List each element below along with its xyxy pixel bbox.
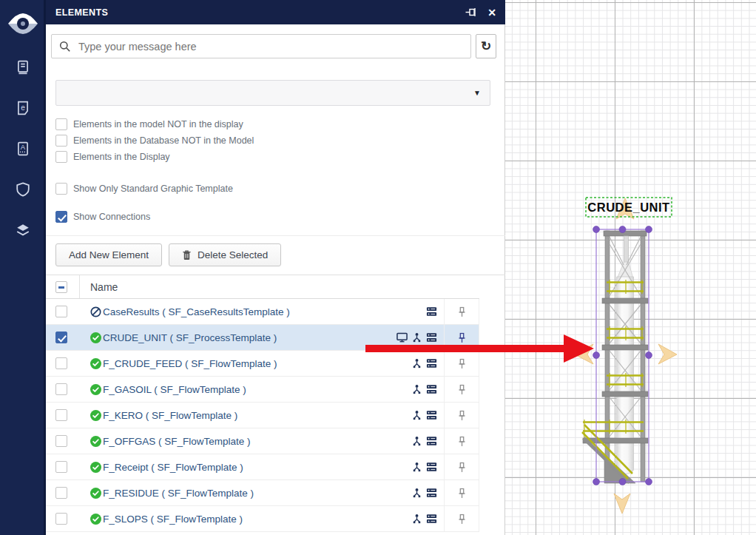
select-all-checkbox[interactable] <box>55 281 67 293</box>
app-sidebar: e A <box>0 0 46 535</box>
status-blocked-icon <box>90 306 101 317</box>
row-checkbox[interactable] <box>55 487 67 499</box>
red-annotation-arrow <box>365 334 595 363</box>
pin-icon[interactable] <box>458 488 466 499</box>
row-pin-cell[interactable] <box>444 506 479 531</box>
pin-icon[interactable] <box>458 514 466 525</box>
refresh-button[interactable]: ↻ <box>476 34 496 58</box>
checkbox-row[interactable]: Show Only Standard Graphic Template <box>55 181 233 197</box>
shield-icon[interactable] <box>15 181 31 198</box>
table-row[interactable]: CaseResults ( SF_CaseResultsTemplate ) <box>46 299 479 325</box>
layers-icon[interactable] <box>15 222 31 238</box>
app-window: e A <box>0 0 756 535</box>
row-name-cell[interactable]: CRUDE_UNIT ( SF_ProcessTemplate ) <box>80 332 376 343</box>
row-name-cell[interactable]: F_RESIDUE ( SF_FlowTemplate ) <box>80 488 376 499</box>
table-row[interactable]: F_GASOIL ( SF_FlowTemplate ) <box>46 377 479 403</box>
pin-icon[interactable] <box>458 384 466 395</box>
book-icon[interactable] <box>15 59 31 75</box>
row-name-cell[interactable]: F_Receipt ( SF_FlowTemplate ) <box>80 462 376 473</box>
servers-icon <box>426 488 437 498</box>
row-pin-cell[interactable] <box>444 377 479 402</box>
row-label: F_Receipt ( SF_FlowTemplate ) <box>103 462 243 473</box>
row-checkbox-cell[interactable] <box>46 428 80 454</box>
search-box[interactable] <box>51 34 471 58</box>
flow-arrow-right <box>658 344 677 364</box>
row-checkbox[interactable] <box>55 435 67 447</box>
row-pin-cell[interactable] <box>444 403 479 428</box>
row-checkbox-cell[interactable] <box>46 403 80 428</box>
checkbox-label: Elements in the Database NOT in the Mode… <box>73 135 254 146</box>
sidebar-nav: e A <box>0 59 46 238</box>
pin-icon[interactable] <box>458 436 466 447</box>
row-pin-cell[interactable] <box>444 428 479 454</box>
table-row[interactable]: F_OFFGAS ( SF_FlowTemplate ) <box>46 428 479 454</box>
row-label: F_SLOPS ( SF_FlowTemplate ) <box>103 514 243 525</box>
connections-icon <box>412 514 422 524</box>
row-checkbox[interactable] <box>55 383 67 395</box>
row-checkbox-cell[interactable] <box>46 325 80 350</box>
table-row[interactable]: F_RESIDUE ( SF_FlowTemplate ) <box>46 480 479 506</box>
checkbox[interactable] <box>55 135 67 147</box>
divider <box>46 235 505 236</box>
name-column-header[interactable]: Name <box>80 281 376 293</box>
checkbox[interactable] <box>55 211 67 223</box>
row-name-cell[interactable]: CaseResults ( SF_CaseResultsTemplate ) <box>80 306 376 317</box>
status-ok-icon <box>90 358 101 369</box>
pin-icon[interactable] <box>458 410 466 421</box>
eye-logo[interactable] <box>7 9 39 38</box>
table-row[interactable]: F_Receipt ( SF_FlowTemplate ) <box>46 454 479 480</box>
row-name-cell[interactable]: F_OFFGAS ( SF_FlowTemplate ) <box>80 436 376 447</box>
delete-selected-button[interactable]: Delete Selected <box>169 243 281 266</box>
table-row[interactable]: F_KERO ( SF_FlowTemplate ) <box>46 403 479 428</box>
elements-panel-header: ELEMENTS ✕ <box>46 0 505 24</box>
row-checkbox[interactable] <box>55 513 67 525</box>
pin-icon[interactable] <box>458 462 466 473</box>
row-checkbox-cell[interactable] <box>46 299 80 324</box>
row-checkbox-cell[interactable] <box>46 506 80 531</box>
checkbox[interactable] <box>55 183 67 195</box>
checkbox-row[interactable]: Show Connections <box>55 209 233 225</box>
row-pin-cell[interactable] <box>444 454 479 480</box>
row-checkbox-cell[interactable] <box>46 351 80 376</box>
status-ok-icon <box>90 488 101 499</box>
row-type-icons <box>376 488 444 498</box>
delete-selected-label: Delete Selected <box>198 249 268 260</box>
row-checkbox-cell[interactable] <box>46 377 80 402</box>
row-checkbox[interactable] <box>55 332 67 343</box>
row-name-cell[interactable]: F_KERO ( SF_FlowTemplate ) <box>80 410 376 421</box>
checkbox[interactable] <box>55 151 67 163</box>
template-dropdown[interactable]: ▼ <box>55 80 490 106</box>
row-checkbox[interactable] <box>55 461 67 473</box>
row-name-cell[interactable]: F_CRUDE_FEED ( SF_FlowTemplate ) <box>80 358 376 369</box>
row-checkbox-cell[interactable] <box>46 480 80 505</box>
row-name-cell[interactable]: F_SLOPS ( SF_FlowTemplate ) <box>80 514 376 525</box>
checkbox-row[interactable]: Elements in the Display <box>55 149 254 165</box>
option-checkbox-group: Show Only Standard Graphic Template Show… <box>55 181 233 225</box>
search-input[interactable] <box>78 41 465 53</box>
display-canvas[interactable]: CRUDE_UNIT <box>505 0 756 535</box>
connections-icon <box>412 410 422 420</box>
document-e-icon[interactable]: e <box>15 100 31 116</box>
row-checkbox[interactable] <box>55 409 67 421</box>
pin-panel-icon[interactable] <box>465 7 477 17</box>
pin-icon[interactable] <box>458 306 466 317</box>
add-new-element-button[interactable]: Add New Element <box>55 243 162 266</box>
row-checkbox[interactable] <box>55 357 67 369</box>
element-table: Name CaseResults ( SF_CaseResultsTemplat… <box>46 275 505 535</box>
row-checkbox-cell[interactable] <box>46 454 80 480</box>
table-row[interactable]: F_SLOPS ( SF_FlowTemplate ) <box>46 506 479 532</box>
document-report-icon[interactable]: A <box>15 141 31 157</box>
checkbox[interactable] <box>55 118 67 130</box>
checkbox-label: Elements in the model NOT in the display <box>73 119 243 129</box>
checkbox-row[interactable]: Elements in the Database NOT in the Mode… <box>55 132 254 149</box>
row-pin-cell[interactable] <box>444 299 479 324</box>
servers-icon <box>426 384 437 394</box>
flow-arrow-down <box>614 494 630 514</box>
row-pin-cell[interactable] <box>444 480 479 505</box>
row-checkbox[interactable] <box>55 306 67 317</box>
checkbox-row[interactable]: Elements in the model NOT in the display <box>55 116 254 132</box>
row-name-cell[interactable]: F_GASOIL ( SF_FlowTemplate ) <box>80 384 376 395</box>
select-all-cell[interactable] <box>46 275 80 298</box>
search-row: ↻ <box>51 34 496 58</box>
close-panel-icon[interactable]: ✕ <box>487 7 496 18</box>
